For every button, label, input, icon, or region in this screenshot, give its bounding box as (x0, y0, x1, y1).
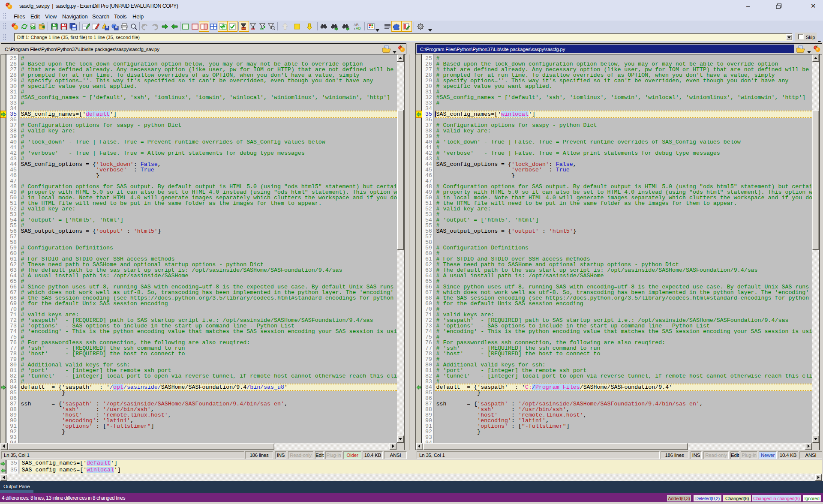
svg-text:AB: AB (356, 26, 361, 30)
